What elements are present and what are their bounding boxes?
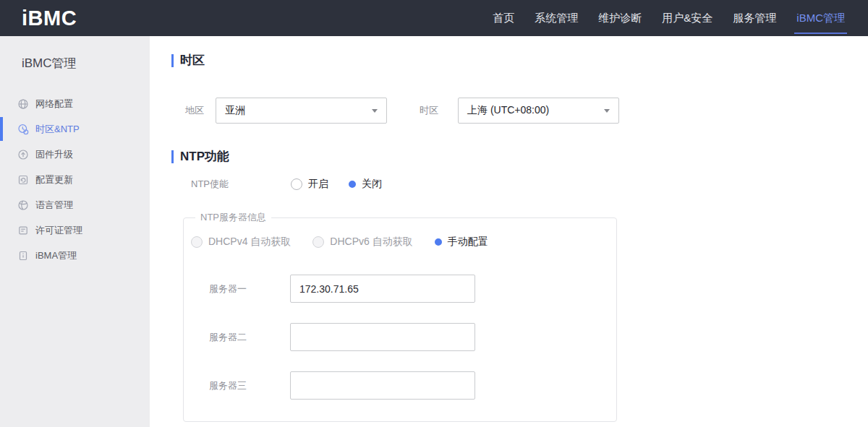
section-title-ntp: NTP功能 [171,148,868,165]
nav-item-maintenance-diagnosis[interactable]: 维护诊断 [588,0,652,36]
dhcpv4-auto-option[interactable]: DHCPv4 自动获取 [191,236,291,249]
sidebar-item-label: 语言管理 [35,199,73,212]
sidebar-item-language-management[interactable]: 语言管理 [0,192,150,217]
nav-item-user-security[interactable]: 用户&安全 [652,0,723,36]
dhcpv4-auto-radio[interactable] [191,236,203,248]
server-three-row: 服务器三 [184,371,616,400]
ntp-enable-row: NTP使能 开启 关闭 [191,178,868,191]
dhcpv6-auto-radio[interactable] [312,236,324,248]
ntp-server-mode-row: DHCPv4 自动获取 DHCPv6 自动获取 手动配置 [191,236,616,249]
main-content: 时区 地区 亚洲 时区 上海 (UTC+08:00) NTP功能 NTP使能 开… [150,36,868,427]
ntp-server-info-legend: NTP服务器信息 [195,211,271,224]
sidebar-item-label: 许可证管理 [35,224,82,237]
clock-sync-icon [17,124,29,135]
nav-item-system-management[interactable]: 系统管理 [524,0,588,36]
ntp-enable-on-radio[interactable] [291,178,302,190]
ntp-enable-off-radio[interactable] [349,181,356,188]
radio-label: 手动配置 [448,236,488,249]
server-one-row: 服务器一 [184,275,616,303]
chevron-down-icon [604,109,610,113]
region-select-value: 亚洲 [225,104,372,117]
chevron-down-icon [372,109,378,113]
region-label: 地区 [185,104,204,117]
radio-label: DHCPv6 自动获取 [330,236,412,249]
manual-config-radio[interactable] [435,238,442,246]
sidebar-item-label: 配置更新 [35,173,73,186]
dhcpv6-auto-option[interactable]: DHCPv6 自动获取 [312,236,412,249]
server-two-input[interactable] [290,323,475,351]
timezone-label: 时区 [420,104,438,117]
section-accent-bar [171,54,174,67]
radio-label: 开启 [308,178,328,191]
config-update-icon [17,174,29,186]
ibmc-logo: iBMC [22,7,77,30]
sidebar-item-config-update[interactable]: 配置更新 [0,167,150,192]
ntp-enable-radio-group: 开启 关闭 [291,178,382,191]
server-three-label: 服务器三 [209,379,290,392]
server-two-label: 服务器二 [209,331,290,344]
sidebar-item-timezone-ntp[interactable]: 时区&NTP [0,116,150,142]
sidebar-title: iBMC管理 [0,36,150,72]
ntp-enable-off-option[interactable]: 关闭 [349,178,382,191]
server-two-row: 服务器二 [184,323,616,351]
language-globe-icon [17,199,29,211]
section-accent-bar [171,150,174,163]
timezone-select[interactable]: 上海 (UTC+08:00) [458,98,619,124]
sidebar-menu: 网络配置 时区&NTP 固件升级 配置更新 语言管理 [0,91,150,268]
sidebar-item-network-config[interactable]: 网络配置 [0,91,150,116]
server-one-label: 服务器一 [209,282,290,296]
nav-item-home[interactable]: 首页 [482,0,524,36]
sidebar-item-license-management[interactable]: 许可证管理 [0,217,150,243]
section-title-timezone: 时区 [171,52,868,69]
sidebar-item-label: 固件升级 [35,148,73,161]
region-select[interactable]: 亚洲 [216,98,387,124]
sidebar: iBMC管理 网络配置 时区&NTP 固件升级 配置更新 [0,36,150,427]
sidebar-item-label: iBMA管理 [35,249,77,262]
timezone-form-row: 地区 亚洲 时区 上海 (UTC+08:00) [185,98,868,124]
timezone-select-value: 上海 (UTC+08:00) [467,104,604,117]
upgrade-arrow-icon [17,149,29,160]
nav-item-ibmc-management[interactable]: iBMC管理 [786,0,855,36]
network-globe-icon [17,98,29,110]
nav-item-service-management[interactable]: 服务管理 [723,0,786,36]
radio-label: 关闭 [362,178,382,191]
ntp-enable-label: NTP使能 [191,178,291,191]
topbar: iBMC 首页 系统管理 维护诊断 用户&安全 服务管理 iBMC管理 [0,0,868,36]
server-one-input[interactable] [290,275,475,303]
sidebar-item-firmware-upgrade[interactable]: 固件升级 [0,142,150,167]
radio-label: DHCPv4 自动获取 [208,236,291,249]
server-three-input[interactable] [290,371,475,400]
top-navigation: 首页 系统管理 维护诊断 用户&安全 服务管理 iBMC管理 [482,0,855,36]
ibma-document-icon [17,250,29,262]
license-document-icon [17,225,29,236]
section-title-text: NTP功能 [180,148,229,165]
section-title-text: 时区 [180,52,205,69]
ntp-enable-on-option[interactable]: 开启 [291,178,328,191]
sidebar-item-ibma-management[interactable]: iBMA管理 [0,243,150,268]
ntp-server-info-group: NTP服务器信息 DHCPv4 自动获取 DHCPv6 自动获取 手动配置 服务… [183,211,617,422]
sidebar-item-label: 网络配置 [35,98,73,111]
sidebar-item-label: 时区&NTP [35,123,80,136]
manual-config-option[interactable]: 手动配置 [435,236,488,249]
